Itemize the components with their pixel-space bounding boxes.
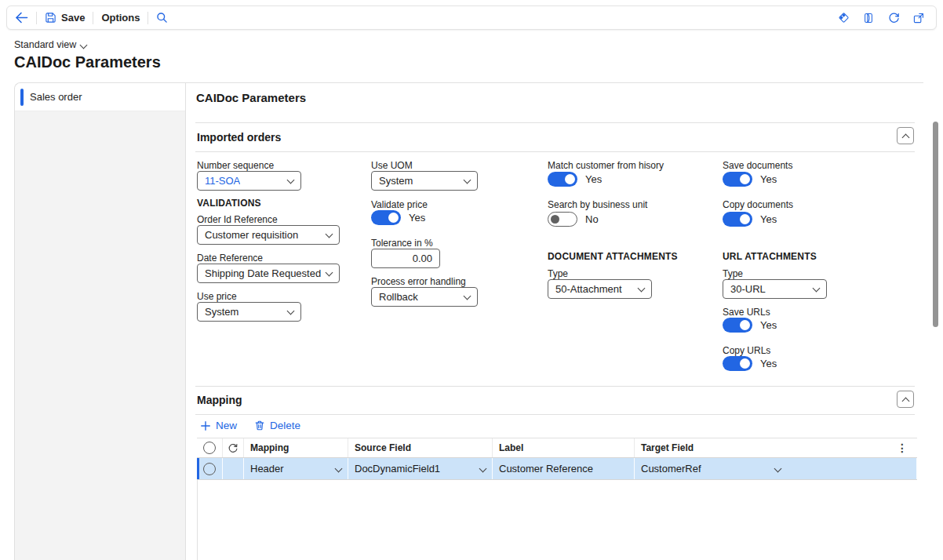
save-documents-label: Save documents [723, 160, 792, 171]
search-icon [156, 12, 168, 24]
column-header-source-field[interactable]: Source Field [348, 438, 493, 457]
back-button[interactable] [7, 6, 36, 29]
date-reference-combobox[interactable]: Shipping Date Requested [197, 264, 340, 283]
search-by-business-unit-label: Search by business unit [548, 199, 647, 210]
copy-documents-toggle[interactable]: Yes [723, 212, 777, 227]
grid-left-border [197, 480, 198, 560]
apps-diamond-icon [837, 11, 850, 24]
collapse-imported-orders-button[interactable] [897, 127, 914, 144]
validate-price-label: Validate price [371, 199, 428, 210]
toggle-on [723, 172, 752, 187]
mapping-grid-header: Mapping Source Field Label Target Field … [197, 438, 917, 458]
url-type-combobox[interactable]: 30-URL [723, 279, 827, 299]
save-urls-label: Save URLs [723, 307, 770, 318]
copy-urls-toggle[interactable]: Yes [723, 356, 777, 371]
vertical-scrollbar[interactable] [933, 88, 939, 557]
chevron-down-icon [80, 41, 88, 49]
chevron-up-icon [901, 133, 909, 141]
trash-icon [254, 420, 265, 431]
main-panel: CAIDoc Parameters Imported orders Number… [186, 83, 924, 560]
cell-label[interactable]: Customer Reference [493, 458, 635, 479]
open-in-new-window-button[interactable] [908, 8, 930, 28]
copy-urls-label: Copy URLs [723, 345, 770, 356]
chevron-down-icon [638, 284, 646, 292]
select-all-radio[interactable] [197, 438, 223, 457]
tolerance-input[interactable]: 0.00 [371, 249, 440, 268]
toggle-on [723, 212, 752, 227]
toggle-on [723, 318, 752, 333]
view-selector-label: Standard view [14, 39, 76, 50]
chevron-down-icon [813, 284, 821, 292]
process-error-handling-combobox[interactable]: Rollback [371, 287, 478, 307]
save-urls-toggle[interactable]: Yes [723, 318, 777, 333]
chevron-down-icon [774, 465, 782, 473]
book-button[interactable] [857, 8, 879, 28]
order-id-reference-combobox[interactable]: Customer requisition [197, 225, 340, 245]
column-header-target-field[interactable]: Target Field ⋮ [635, 438, 917, 457]
collapse-mapping-button[interactable] [897, 391, 914, 408]
view-selector[interactable]: Standard view [14, 39, 86, 50]
save-documents-toggle[interactable]: Yes [723, 172, 777, 187]
toggle-on [548, 172, 577, 187]
apps-diamond-button[interactable] [832, 8, 854, 28]
options-label: Options [101, 12, 140, 24]
chevron-up-icon [901, 397, 909, 405]
refresh-icon [887, 11, 901, 24]
mapping-grid: Mapping Source Field Label Target Field … [197, 438, 917, 480]
divider [195, 414, 915, 415]
search-button[interactable] [148, 6, 176, 29]
sync-icon [228, 442, 238, 453]
match-customer-label: Match customer from hisory [548, 160, 664, 171]
new-button[interactable]: New [200, 420, 237, 431]
document-type-combobox[interactable]: 50-Attachment [548, 279, 652, 299]
sync-column-header[interactable] [223, 438, 244, 457]
plus-icon [200, 420, 211, 431]
process-error-handling-label: Process error handling [371, 276, 466, 287]
kebab-menu-icon[interactable]: ⋮ [894, 442, 911, 454]
section-title-imported-orders: Imported orders [197, 131, 281, 144]
radio-icon [203, 442, 216, 454]
number-sequence-combobox[interactable]: 11-SOA [197, 171, 301, 191]
divider [195, 386, 915, 387]
cell-mapping[interactable]: Header [244, 458, 348, 479]
selection-accent-bar [20, 89, 24, 106]
refresh-button[interactable] [883, 8, 905, 28]
column-header-label[interactable]: Label [493, 438, 635, 457]
date-reference-label: Date Reference [197, 253, 263, 264]
row-selection-bar [197, 458, 199, 479]
panel-title: CAIDoc Parameters [196, 91, 306, 104]
column-header-mapping[interactable]: Mapping [244, 438, 348, 457]
save-label: Save [61, 12, 85, 24]
scrollbar-thumb[interactable] [933, 122, 938, 327]
mapping-grid-toolbar: New Delete [200, 420, 300, 431]
chevron-down-icon [464, 292, 472, 300]
match-customer-toggle[interactable]: Yes [548, 172, 602, 187]
validate-price-toggle[interactable]: Yes [371, 210, 425, 225]
sidebar-item-sales-order[interactable]: Sales order [15, 83, 185, 111]
url-attachments-group-header: URL ATTACHMENTS [723, 251, 817, 262]
divider [195, 122, 915, 123]
table-row[interactable]: Header DocDynamicField1 Customer Referen… [197, 458, 917, 480]
chevron-down-icon [464, 176, 472, 184]
tolerance-label: Tolerance in % [371, 238, 433, 249]
row-radio[interactable] [197, 458, 223, 479]
url-type-label: Type [723, 268, 743, 279]
save-button[interactable]: Save [37, 6, 93, 29]
chevron-down-icon [479, 465, 487, 473]
search-by-business-unit-toggle[interactable]: No [548, 212, 599, 227]
section-title-mapping: Mapping [197, 394, 242, 406]
cell-target-field[interactable]: CustomerRef [635, 458, 917, 479]
sidebar-item-label: Sales order [30, 91, 82, 103]
options-button[interactable]: Options [93, 6, 147, 29]
toggle-on [723, 356, 752, 371]
command-bar: Save Options [6, 5, 937, 30]
back-icon [15, 12, 28, 24]
use-price-combobox[interactable]: System [197, 302, 301, 322]
cell-source-field[interactable]: DocDynamicField1 [348, 458, 493, 479]
chevron-down-icon [335, 465, 343, 473]
order-id-reference-label: Order Id Reference [197, 214, 278, 225]
delete-button[interactable]: Delete [254, 420, 300, 431]
document-type-label: Type [548, 268, 568, 279]
use-price-label: Use price [197, 291, 237, 302]
use-uom-combobox[interactable]: System [371, 171, 478, 191]
